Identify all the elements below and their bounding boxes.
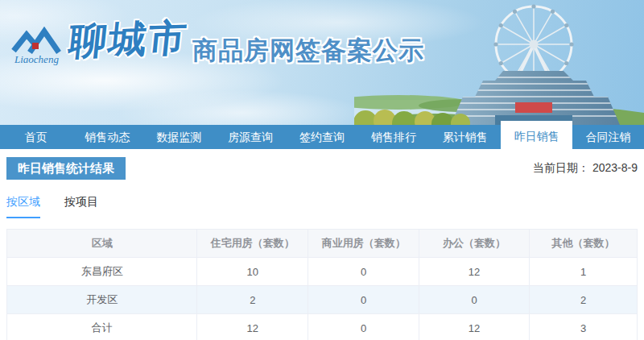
building-icon [447, 71, 624, 125]
nav-item-sales-trends[interactable]: 销售动态 [72, 125, 143, 149]
table-row: 合计120123 [7, 314, 638, 340]
table-cell: 东昌府区 [7, 258, 197, 286]
nav-item-home[interactable]: 首页 [0, 125, 72, 149]
table-cell: 0 [419, 286, 530, 314]
building-sign [515, 102, 552, 113]
table-cell: 12 [419, 314, 530, 340]
site-title: 商品房网签备案公示 [192, 34, 424, 68]
current-date: 当前日期：2023-8-9 [533, 161, 638, 176]
nav-item-listing-search[interactable]: 房源查询 [215, 125, 287, 149]
tab-by-region[interactable]: 按区域 [6, 195, 40, 218]
site-header: Liaocheng 聊城市 商品房网签备案公示 [0, 0, 644, 125]
sales-table-wrap: 区域住宅用房（套数）商业用房（套数）办公（套数）其他（套数） 东昌府区10012… [6, 229, 638, 340]
nav-item-cumulative-sales[interactable]: 累计销售 [429, 125, 501, 149]
column-header: 其他（套数） [530, 230, 638, 258]
table-cell: 0 [308, 258, 419, 286]
current-date-value: 2023-8-9 [592, 161, 638, 174]
view-tabs: 按区域按项目 [6, 195, 638, 218]
column-header: 区域 [7, 230, 197, 258]
table-row: 开发区2002 [7, 286, 638, 314]
table-cell: 开发区 [7, 286, 197, 314]
table-cell: 合计 [7, 314, 197, 340]
current-date-label: 当前日期： [533, 161, 589, 174]
table-cell: 0 [308, 286, 419, 314]
liaocheng-logo-icon: Liaocheng [10, 15, 66, 66]
site-logo[interactable]: Liaocheng 聊城市 商品房网签备案公示 [10, 15, 424, 68]
table-cell: 12 [197, 314, 308, 340]
column-header: 办公（套数） [419, 230, 530, 258]
main-content: 昨日销售统计结果 当前日期：2023-8-9 按区域按项目 区域住宅用房（套数）… [0, 149, 644, 340]
table-header-row: 区域住宅用房（套数）商业用房（套数）办公（套数）其他（套数） [7, 230, 638, 258]
table-row: 东昌府区100121 [7, 258, 638, 286]
sales-table: 区域住宅用房（套数）商业用房（套数）办公（套数）其他（套数） 东昌府区10012… [6, 229, 638, 340]
nav-item-yesterday-sales[interactable]: 昨日销售 [501, 121, 572, 149]
table-cell: 0 [308, 314, 419, 340]
title-row: 昨日销售统计结果 当前日期：2023-8-9 [6, 157, 638, 180]
tab-by-project[interactable]: 按项目 [64, 195, 98, 218]
column-header: 住宅用房（套数） [197, 230, 308, 258]
column-header: 商业用房（套数） [308, 230, 419, 258]
nav-item-data-monitoring[interactable]: 数据监测 [143, 125, 215, 149]
table-body: 东昌府区100121开发区2002合计120123 [7, 258, 638, 340]
nav-item-contract-cancellation[interactable]: 合同注销 [572, 125, 644, 149]
section-title-badge: 昨日销售统计结果 [6, 157, 126, 180]
table-cell: 12 [419, 258, 530, 286]
table-cell: 3 [530, 314, 638, 340]
city-name: 聊城市 [66, 12, 190, 66]
table-cell: 1 [530, 258, 638, 286]
table-cell: 10 [197, 258, 308, 286]
logo-script-text: Liaocheng [14, 53, 59, 65]
nav-item-contract-search[interactable]: 签约查询 [287, 125, 358, 149]
main-nav: 首页销售动态数据监测房源查询签约查询销售排行累计销售昨日销售合同注销 [0, 125, 644, 149]
table-cell: 2 [530, 286, 638, 314]
table-cell: 2 [197, 286, 308, 314]
nav-item-sales-ranking[interactable]: 销售排行 [357, 125, 429, 149]
